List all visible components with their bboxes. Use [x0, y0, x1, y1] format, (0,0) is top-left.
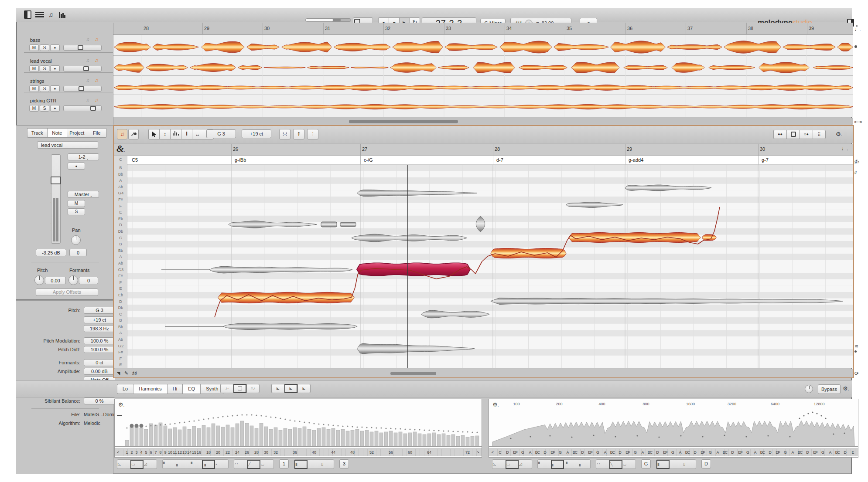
note-editor-canvas[interactable] [127, 165, 853, 368]
formant-tool-icon[interactable] [170, 129, 181, 139]
show-outline-icon[interactable]: ○● [800, 130, 813, 139]
harmonic-bar[interactable] [298, 428, 301, 446]
pitch-ruler[interactable]: CBBbAAbG 4F#FEEbDDbCBBbAAbG 3F#FEEbDDbCB… [114, 156, 127, 368]
formant-offset-field[interactable]: 0 [79, 277, 98, 284]
edit-separations-icon[interactable]: ÷ [307, 129, 318, 139]
waveform-blob[interactable] [672, 63, 704, 73]
eq-note-letter[interactable]: D [731, 450, 734, 455]
harmonic-number[interactable]: 22 [226, 450, 230, 455]
track-volume-thumb[interactable] [90, 106, 96, 111]
notes-mode-icon[interactable]: ♫ [117, 129, 127, 139]
harmonic-bar[interactable] [207, 428, 210, 446]
harmonic-number[interactable]: 15 [192, 450, 196, 455]
apply-offsets-button[interactable]: Apply Offsets [36, 289, 98, 296]
harmonic-number[interactable]: 40 [312, 450, 316, 455]
harmonic-bar[interactable] [240, 421, 244, 446]
track-volume-thumb[interactable] [83, 66, 89, 71]
tab-project[interactable]: Project [67, 128, 87, 138]
correct-pitch-icon[interactable]: ⁞◦⁞ [279, 129, 290, 139]
pitch-link-icon[interactable]: ♫ [86, 58, 89, 63]
show-blobs-icon[interactable]: ●● [773, 130, 786, 139]
harmonic-bar[interactable] [130, 427, 133, 446]
eq-note-letter[interactable]: EF [550, 450, 555, 455]
eq-note-letter[interactable]: A [754, 450, 756, 455]
eq-comb-b-icon[interactable] [670, 460, 683, 469]
inspector-value[interactable]: 100.0 % [84, 346, 115, 353]
harmonic-bar[interactable] [418, 434, 421, 446]
harmonic-bar[interactable] [322, 428, 325, 446]
editor-hscrollbar-thumb[interactable] [390, 372, 436, 375]
eq-note-letter[interactable]: G [746, 450, 749, 455]
harmonic-number[interactable]: 26 [245, 450, 249, 455]
pitch-link-icon[interactable]: ♫ [86, 97, 89, 102]
eq-slope-b-icon[interactable]: ╲ [609, 460, 622, 469]
track-arm-button[interactable]: ● [50, 65, 60, 72]
eq-note-letter[interactable]: A [716, 450, 718, 455]
eq-curve-b-icon[interactable]: ▖ [551, 460, 564, 469]
harmonic-bar[interactable] [168, 429, 172, 446]
inspector-value[interactable]: 198.3 Hz [84, 325, 115, 332]
editor-bar-ruler[interactable]: &. 2627282930♩. [114, 144, 853, 156]
eq-panel[interactable]: ⚙. 10020040080016003200640012800 <CDEFGA… [489, 399, 858, 458]
harmonic-bar[interactable] [427, 434, 431, 446]
harmonic-number[interactable]: 5 [145, 450, 147, 455]
track-name[interactable]: bass [30, 37, 40, 43]
harmonic-bar[interactable] [447, 435, 450, 446]
harmonic-number[interactable]: 64 [427, 450, 431, 455]
harmonic-bar[interactable] [216, 426, 220, 446]
waveform-blob[interactable] [709, 65, 755, 70]
waveform-blob[interactable] [153, 44, 198, 50]
eq-note-letter[interactable]: < [492, 450, 493, 455]
harmonic-number[interactable]: 20 [216, 450, 220, 455]
chord-label[interactable]: g-7 [762, 157, 769, 163]
comb-b-icon[interactable] [308, 460, 321, 469]
waveform-blob[interactable] [202, 41, 244, 53]
waveform-blob[interactable] [571, 62, 619, 73]
harmonic-number[interactable]: 52 [369, 450, 374, 455]
harmonic-bar[interactable] [269, 429, 273, 446]
harmonic-bar[interactable] [284, 428, 287, 446]
harmonic-number[interactable]: 1 [126, 450, 128, 455]
chord-label[interactable]: C5 [132, 157, 138, 163]
eq-note-letter[interactable]: BC [685, 450, 690, 455]
eq-note-letter[interactable]: BC [573, 450, 578, 455]
selected-pitch-field[interactable]: G 3 [206, 129, 236, 138]
sound-editor-icon[interactable] [59, 12, 65, 20]
harmonic-number[interactable]: < [117, 450, 119, 455]
show-grid-icon[interactable]: ⠿ [813, 130, 826, 139]
harmonic-bar[interactable] [346, 431, 349, 446]
harmonic-bar[interactable] [389, 431, 393, 446]
harmonic-number[interactable]: 7 [154, 450, 157, 455]
track-name[interactable]: picking GTR [30, 98, 57, 103]
main-tool-arrow-icon[interactable] [148, 129, 159, 139]
mixer-icon[interactable] [35, 11, 44, 19]
eq-note-letter[interactable]: EF [813, 450, 817, 455]
waveform-blob[interactable] [519, 65, 567, 70]
blob-flag-icon[interactable]: ◥ [116, 370, 120, 376]
harmonic-number[interactable]: 18 [206, 450, 211, 455]
harmonic-number[interactable]: 44 [331, 450, 335, 455]
inspector-value[interactable]: 0 ct [84, 359, 115, 366]
harmonic-bar[interactable] [125, 440, 129, 446]
waveform-blob[interactable] [334, 43, 390, 51]
time-link-icon[interactable]: ♫ [95, 97, 98, 102]
harmonic-bar[interactable] [327, 429, 330, 446]
harmonic-bar[interactable] [475, 436, 479, 446]
harmonic-bar[interactable] [471, 436, 474, 446]
tab-lo[interactable]: Lo [117, 384, 133, 394]
eq-note-letter[interactable]: D [806, 450, 809, 455]
eq-note-letter[interactable]: E [851, 450, 854, 455]
harmonic-bar[interactable] [250, 426, 253, 446]
waveform-blob[interactable] [282, 42, 331, 52]
waveform-blob[interactable] [114, 104, 853, 109]
harmonic-number[interactable]: 60 [408, 450, 412, 455]
note-blob[interactable] [569, 233, 701, 243]
waveform-blob[interactable] [238, 65, 262, 70]
harmonic-number[interactable]: 12 [178, 450, 182, 455]
harmonic-bar[interactable] [336, 430, 340, 446]
eq-note-letter[interactable]: D [543, 450, 546, 455]
harmonic-bar[interactable] [403, 434, 407, 446]
harmonic-bar[interactable] [236, 424, 239, 446]
empty-square-icon[interactable] [233, 384, 246, 393]
harmonic-bar[interactable] [351, 430, 354, 446]
